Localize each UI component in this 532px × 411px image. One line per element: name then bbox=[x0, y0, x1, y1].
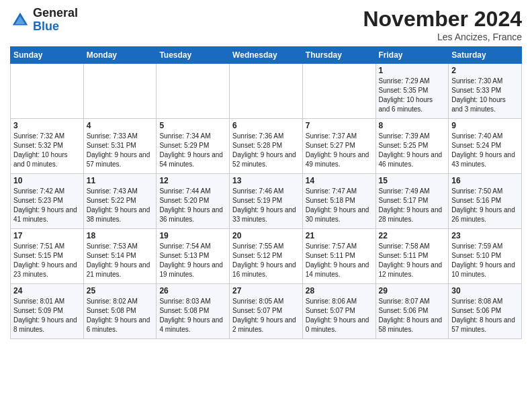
calendar-week-0: 1Sunrise: 7:29 AM Sunset: 5:35 PM Daylig… bbox=[11, 64, 522, 119]
day-number: 20 bbox=[232, 231, 300, 240]
logo-text: General Blue bbox=[33, 7, 78, 34]
calendar-day: 3Sunrise: 7:32 AM Sunset: 5:32 PM Daylig… bbox=[11, 119, 84, 174]
day-info: Sunrise: 7:36 AM Sunset: 5:28 PM Dayligh… bbox=[232, 132, 300, 169]
calendar-day: 18Sunrise: 7:53 AM Sunset: 5:14 PM Dayli… bbox=[83, 229, 157, 284]
calendar-day: 6Sunrise: 7:36 AM Sunset: 5:28 PM Daylig… bbox=[230, 119, 303, 174]
day-number: 9 bbox=[451, 121, 519, 130]
day-number: 10 bbox=[13, 176, 81, 185]
day-info: Sunrise: 7:42 AM Sunset: 5:23 PM Dayligh… bbox=[13, 187, 81, 224]
day-number: 11 bbox=[87, 176, 154, 185]
col-tuesday: Tuesday bbox=[157, 47, 230, 64]
calendar-day: 16Sunrise: 7:50 AM Sunset: 5:16 PM Dayli… bbox=[449, 174, 522, 229]
calendar-day: 7Sunrise: 7:37 AM Sunset: 5:27 PM Daylig… bbox=[302, 119, 375, 174]
calendar-day: 13Sunrise: 7:46 AM Sunset: 5:19 PM Dayli… bbox=[230, 174, 303, 229]
calendar-table: Sunday Monday Tuesday Wednesday Thursday… bbox=[10, 46, 522, 339]
day-info: Sunrise: 8:03 AM Sunset: 5:08 PM Dayligh… bbox=[159, 297, 226, 334]
col-thursday: Thursday bbox=[302, 47, 375, 64]
calendar-day: 9Sunrise: 7:40 AM Sunset: 5:24 PM Daylig… bbox=[449, 119, 522, 174]
title-block: November 2024 Les Ancizes, France bbox=[363, 7, 522, 42]
calendar-day: 5Sunrise: 7:34 AM Sunset: 5:29 PM Daylig… bbox=[157, 119, 230, 174]
day-number: 12 bbox=[159, 176, 226, 185]
day-info: Sunrise: 7:29 AM Sunset: 5:35 PM Dayligh… bbox=[379, 77, 446, 114]
calendar-day: 10Sunrise: 7:42 AM Sunset: 5:23 PM Dayli… bbox=[11, 174, 84, 229]
calendar-day: 20Sunrise: 7:55 AM Sunset: 5:12 PM Dayli… bbox=[230, 229, 303, 284]
day-info: Sunrise: 8:05 AM Sunset: 5:07 PM Dayligh… bbox=[232, 297, 300, 334]
day-number: 27 bbox=[232, 286, 300, 295]
col-saturday: Saturday bbox=[449, 47, 522, 64]
calendar-day: 11Sunrise: 7:43 AM Sunset: 5:22 PM Dayli… bbox=[83, 174, 157, 229]
col-sunday: Sunday bbox=[11, 47, 84, 64]
calendar-day: 8Sunrise: 7:39 AM Sunset: 5:25 PM Daylig… bbox=[375, 119, 449, 174]
calendar-day: 1Sunrise: 7:29 AM Sunset: 5:35 PM Daylig… bbox=[375, 64, 449, 119]
day-info: Sunrise: 7:53 AM Sunset: 5:14 PM Dayligh… bbox=[87, 242, 154, 279]
day-number: 19 bbox=[159, 231, 226, 240]
day-info: Sunrise: 8:06 AM Sunset: 5:07 PM Dayligh… bbox=[306, 297, 373, 334]
day-info: Sunrise: 7:49 AM Sunset: 5:17 PM Dayligh… bbox=[379, 187, 446, 224]
page: General Blue November 2024 Les Ancizes, … bbox=[0, 0, 532, 346]
calendar-day: 25Sunrise: 8:02 AM Sunset: 5:08 PM Dayli… bbox=[83, 284, 157, 339]
calendar-day: 27Sunrise: 8:05 AM Sunset: 5:07 PM Dayli… bbox=[230, 284, 303, 339]
day-number: 24 bbox=[13, 286, 81, 295]
day-info: Sunrise: 7:37 AM Sunset: 5:27 PM Dayligh… bbox=[306, 132, 373, 169]
day-number: 21 bbox=[306, 231, 373, 240]
calendar-day: 12Sunrise: 7:44 AM Sunset: 5:20 PM Dayli… bbox=[157, 174, 230, 229]
day-info: Sunrise: 7:40 AM Sunset: 5:24 PM Dayligh… bbox=[451, 132, 519, 169]
col-friday: Friday bbox=[375, 47, 449, 64]
calendar-day bbox=[157, 64, 230, 119]
location: Les Ancizes, France bbox=[363, 32, 522, 42]
day-info: Sunrise: 7:58 AM Sunset: 5:11 PM Dayligh… bbox=[379, 242, 446, 279]
day-number: 26 bbox=[159, 286, 226, 295]
day-info: Sunrise: 7:30 AM Sunset: 5:33 PM Dayligh… bbox=[451, 77, 519, 114]
day-number: 15 bbox=[379, 176, 446, 185]
calendar-day: 30Sunrise: 8:08 AM Sunset: 5:06 PM Dayli… bbox=[449, 284, 522, 339]
day-number: 5 bbox=[159, 121, 226, 130]
day-number: 18 bbox=[87, 231, 154, 240]
day-number: 1 bbox=[379, 66, 446, 75]
calendar-day: 4Sunrise: 7:33 AM Sunset: 5:31 PM Daylig… bbox=[83, 119, 157, 174]
calendar-day: 23Sunrise: 7:59 AM Sunset: 5:10 PM Dayli… bbox=[449, 229, 522, 284]
calendar-day bbox=[83, 64, 157, 119]
calendar-day: 2Sunrise: 7:30 AM Sunset: 5:33 PM Daylig… bbox=[449, 64, 522, 119]
day-number: 8 bbox=[379, 121, 446, 130]
calendar-day: 19Sunrise: 7:54 AM Sunset: 5:13 PM Dayli… bbox=[157, 229, 230, 284]
calendar-week-1: 3Sunrise: 7:32 AM Sunset: 5:32 PM Daylig… bbox=[11, 119, 522, 174]
day-number: 28 bbox=[306, 286, 373, 295]
day-info: Sunrise: 7:55 AM Sunset: 5:12 PM Dayligh… bbox=[232, 242, 300, 279]
calendar-day: 24Sunrise: 8:01 AM Sunset: 5:09 PM Dayli… bbox=[11, 284, 84, 339]
logo: General Blue bbox=[10, 7, 78, 34]
calendar-day: 28Sunrise: 8:06 AM Sunset: 5:07 PM Dayli… bbox=[302, 284, 375, 339]
day-number: 4 bbox=[87, 121, 154, 130]
day-number: 3 bbox=[13, 121, 81, 130]
calendar-week-4: 24Sunrise: 8:01 AM Sunset: 5:09 PM Dayli… bbox=[11, 284, 522, 339]
day-number: 16 bbox=[451, 176, 519, 185]
calendar-day: 21Sunrise: 7:57 AM Sunset: 5:11 PM Dayli… bbox=[302, 229, 375, 284]
day-number: 30 bbox=[451, 286, 519, 295]
calendar-day bbox=[302, 64, 375, 119]
calendar-week-2: 10Sunrise: 7:42 AM Sunset: 5:23 PM Dayli… bbox=[11, 174, 522, 229]
calendar-day: 17Sunrise: 7:51 AM Sunset: 5:15 PM Dayli… bbox=[11, 229, 84, 284]
day-number: 14 bbox=[306, 176, 373, 185]
calendar-day: 26Sunrise: 8:03 AM Sunset: 5:08 PM Dayli… bbox=[157, 284, 230, 339]
day-number: 17 bbox=[13, 231, 81, 240]
calendar-week-3: 17Sunrise: 7:51 AM Sunset: 5:15 PM Dayli… bbox=[11, 229, 522, 284]
day-number: 23 bbox=[451, 231, 519, 240]
day-info: Sunrise: 7:54 AM Sunset: 5:13 PM Dayligh… bbox=[159, 242, 226, 279]
day-info: Sunrise: 7:50 AM Sunset: 5:16 PM Dayligh… bbox=[451, 187, 519, 224]
day-number: 29 bbox=[379, 286, 446, 295]
day-info: Sunrise: 8:08 AM Sunset: 5:06 PM Dayligh… bbox=[451, 297, 519, 334]
month-title: November 2024 bbox=[363, 7, 522, 32]
header-row: Sunday Monday Tuesday Wednesday Thursday… bbox=[11, 47, 522, 64]
calendar-day: 22Sunrise: 7:58 AM Sunset: 5:11 PM Dayli… bbox=[375, 229, 449, 284]
day-info: Sunrise: 8:02 AM Sunset: 5:08 PM Dayligh… bbox=[87, 297, 154, 334]
calendar-day: 14Sunrise: 7:47 AM Sunset: 5:18 PM Dayli… bbox=[302, 174, 375, 229]
day-info: Sunrise: 7:44 AM Sunset: 5:20 PM Dayligh… bbox=[159, 187, 226, 224]
day-number: 2 bbox=[451, 66, 519, 75]
day-info: Sunrise: 7:34 AM Sunset: 5:29 PM Dayligh… bbox=[159, 132, 226, 169]
calendar-day bbox=[230, 64, 303, 119]
logo-icon bbox=[10, 10, 30, 30]
day-info: Sunrise: 7:43 AM Sunset: 5:22 PM Dayligh… bbox=[87, 187, 154, 224]
day-number: 25 bbox=[87, 286, 154, 295]
day-info: Sunrise: 7:33 AM Sunset: 5:31 PM Dayligh… bbox=[87, 132, 154, 169]
day-info: Sunrise: 7:46 AM Sunset: 5:19 PM Dayligh… bbox=[232, 187, 300, 224]
calendar-day bbox=[11, 64, 84, 119]
